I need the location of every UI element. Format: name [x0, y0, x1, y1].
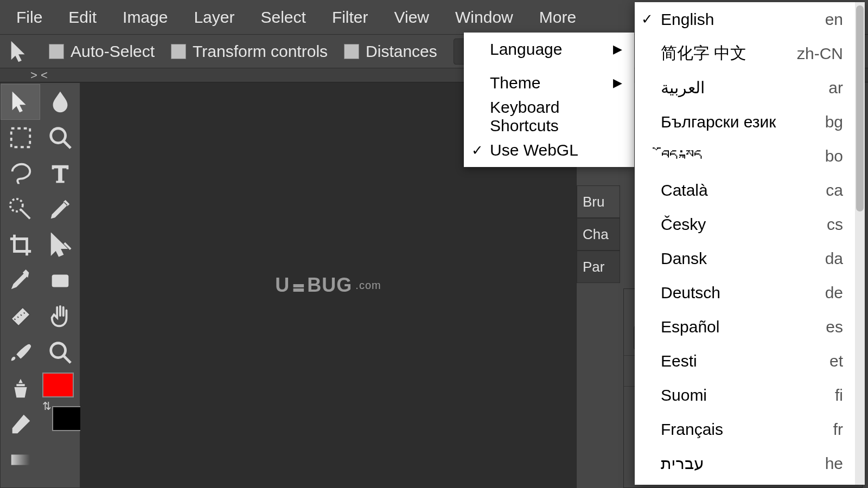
svg-rect-7	[11, 454, 30, 465]
quick-select-tool[interactable]	[1, 191, 40, 227]
menu-view[interactable]: View	[381, 0, 442, 34]
language-item-ar[interactable]: العربيةar	[635, 70, 865, 105]
language-label: Dansk	[661, 249, 707, 268]
language-label: עברית	[661, 454, 704, 473]
check-icon: ✓	[641, 11, 653, 28]
more-dropdown: Language ▶ Theme ▶ Keyboard Shortcuts ✓ …	[464, 33, 634, 167]
more-theme-label: Theme	[490, 74, 540, 92]
foreground-color-swatch[interactable]	[42, 373, 74, 397]
language-item-bg[interactable]: Български езикbg	[635, 105, 865, 139]
text-tool[interactable]	[40, 156, 80, 191]
watermark-suffix: .com	[355, 279, 381, 292]
option-transform-controls[interactable]: Transform controls	[171, 42, 328, 61]
lasso-tool[interactable]	[1, 156, 40, 191]
distances-checkbox[interactable]	[344, 44, 359, 59]
menu-filter[interactable]: Filter	[319, 0, 381, 34]
option-distances[interactable]: Distances	[344, 42, 437, 61]
language-label: Suomi	[661, 386, 707, 404]
language-scrollbar-thumb[interactable]	[856, 5, 864, 211]
language-item-et[interactable]: Eestiet	[635, 344, 865, 378]
menu-window[interactable]: Window	[442, 0, 526, 34]
menu-image[interactable]: Image	[110, 0, 181, 34]
measure-tool[interactable]	[1, 299, 40, 335]
more-language-label: Language	[490, 40, 562, 59]
language-item-bo[interactable]: བོད་སྐདbo	[635, 139, 865, 173]
svg-rect-8	[293, 284, 304, 287]
language-code: he	[825, 454, 843, 473]
zoom-tool[interactable]	[40, 335, 80, 370]
language-item-de[interactable]: Deutschde	[635, 275, 865, 310]
language-label: Eesti	[661, 352, 697, 370]
language-item-fr[interactable]: Françaisfr	[635, 412, 865, 446]
gradient-tool[interactable]	[1, 442, 40, 478]
menu-edit[interactable]: Edit	[55, 0, 110, 34]
language-label: English	[661, 10, 714, 29]
language-code: bo	[825, 147, 843, 165]
watermark-mid: BUG	[307, 274, 352, 297]
language-item-ca[interactable]: Catalàca	[635, 173, 865, 207]
eraser-tool[interactable]	[1, 406, 40, 442]
language-item-fi[interactable]: Suomifi	[635, 378, 865, 412]
language-code: ca	[826, 181, 843, 200]
tab-paragraph[interactable]: Par	[577, 251, 620, 283]
background-color-swatch[interactable]	[52, 406, 84, 431]
move-tool[interactable]	[1, 84, 40, 120]
language-item-es[interactable]: Españoles	[635, 310, 865, 344]
path-select-tool[interactable]	[40, 227, 80, 263]
language-code: cs	[827, 215, 843, 234]
tab-character[interactable]: Cha	[577, 218, 620, 251]
watermark-prefix: U	[275, 274, 290, 297]
more-use-webgl-item[interactable]: ✓ Use WebGL	[464, 133, 634, 167]
pen-tool[interactable]	[40, 191, 80, 227]
svg-line-2	[63, 141, 70, 148]
option-auto-select[interactable]: Auto-Select	[49, 42, 155, 61]
auto-select-checkbox[interactable]	[49, 44, 64, 59]
menu-layer[interactable]: Layer	[181, 0, 247, 34]
language-code: da	[825, 249, 843, 268]
language-item-he[interactable]: עבריתhe	[635, 446, 865, 480]
language-item-zh-CN[interactable]: 简化字 中文zh-CN	[635, 36, 865, 70]
language-label: Català	[661, 181, 708, 200]
menu-file[interactable]: File	[3, 0, 55, 34]
language-label: བོད་སྐད	[661, 147, 701, 165]
language-code: es	[826, 318, 843, 336]
tab-brush[interactable]: Bru	[577, 185, 620, 218]
language-code: en	[825, 10, 843, 29]
more-theme-item[interactable]: Theme ▶	[464, 66, 634, 100]
language-item-da[interactable]: Danskda	[635, 241, 865, 275]
language-label: Česky	[661, 215, 706, 234]
language-code: et	[829, 352, 843, 370]
more-language-item[interactable]: Language ▶	[464, 33, 634, 66]
brush-tool[interactable]	[1, 335, 40, 370]
svg-line-6	[63, 356, 70, 363]
menu-more[interactable]: More	[526, 0, 589, 34]
menu-select[interactable]: Select	[247, 0, 318, 34]
submenu-arrow-icon: ▶	[613, 42, 622, 56]
shape-tool[interactable]	[40, 263, 80, 299]
crop-tool[interactable]	[1, 227, 40, 263]
language-code: zh-CN	[797, 44, 843, 63]
watermark-icon	[293, 278, 304, 293]
more-keyboard-shortcuts-label: Keyboard Shortcuts	[490, 98, 621, 135]
language-code: bg	[825, 113, 843, 131]
marquee-select-tool[interactable]	[1, 120, 40, 156]
language-item-en[interactable]: ✓Englishen	[635, 2, 865, 36]
svg-point-5	[50, 343, 65, 358]
more-use-webgl-label: Use WebGL	[490, 141, 578, 159]
side-panel-tabs: Bru Cha Par	[577, 185, 620, 283]
check-icon: ✓	[471, 142, 483, 159]
auto-select-label: Auto-Select	[71, 42, 155, 61]
magnify-tool[interactable]	[40, 120, 80, 156]
more-keyboard-shortcuts-item[interactable]: Keyboard Shortcuts	[464, 100, 634, 133]
language-label: Deutsch	[661, 284, 720, 302]
language-label: Български език	[661, 113, 776, 131]
language-item-cs[interactable]: Českycs	[635, 207, 865, 241]
blur-tool[interactable]	[40, 84, 80, 120]
svg-rect-4	[52, 275, 68, 287]
clone-stamp-tool[interactable]	[1, 370, 40, 406]
hand-tool[interactable]	[40, 299, 80, 335]
eyedropper-tool[interactable]	[1, 263, 40, 299]
language-scrollbar[interactable]	[855, 2, 865, 485]
transform-controls-checkbox[interactable]	[171, 44, 186, 59]
language-label: العربية	[661, 78, 705, 97]
